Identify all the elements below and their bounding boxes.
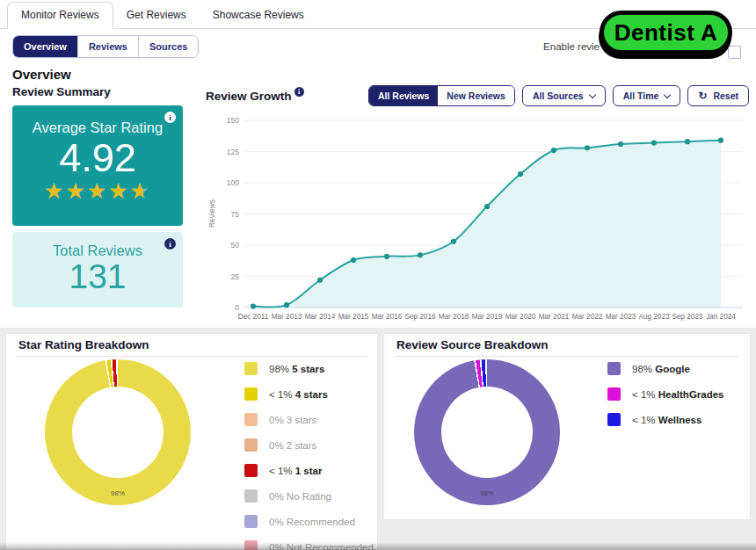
legend-label: < 1% 1 star xyxy=(269,466,322,476)
filter-new-reviews[interactable]: New Reviews xyxy=(438,86,514,105)
legend-swatch xyxy=(244,515,258,528)
x-tick-label: Mar 2019 xyxy=(472,313,503,321)
growth-line-chart: 0255075100125150ReviewsDec 2011Mar 2013M… xyxy=(206,112,747,328)
subtab-sources[interactable]: Sources xyxy=(138,36,198,57)
star-breakdown-card: Star Rating Breakdown 98% 98% 5 stars< 1… xyxy=(5,333,378,550)
legend-swatch xyxy=(244,540,258,550)
source-legend: 98% Google< 1% HealthGrades< 1% Wellness xyxy=(607,362,724,505)
x-tick-label: Mar 2015 xyxy=(338,313,369,321)
legend-item: 98% 5 stars xyxy=(244,362,374,375)
chart-filters: All Reviews New Reviews All Sources All … xyxy=(368,85,749,106)
overview-section: Review Summary i Average Star Rating 4.9… xyxy=(0,83,756,328)
legend-label: < 1% HealthGrades xyxy=(632,389,724,400)
filter-all-reviews[interactable]: All Reviews xyxy=(369,86,438,105)
legend-label: 98% Google xyxy=(632,364,690,374)
legend-swatch xyxy=(244,413,258,426)
legend-swatch xyxy=(244,387,258,401)
average-rating-label: Average Star Rating xyxy=(12,105,183,136)
legend-label: < 1% Wellness xyxy=(632,415,701,425)
legend-item: < 1% 4 stars xyxy=(244,387,374,401)
legend-label: 0% No Rating xyxy=(269,491,331,502)
average-rating-card: i Average Star Rating 4.92 ★★★★★ ★★★★★ xyxy=(12,105,183,226)
info-icon[interactable]: i xyxy=(164,238,176,250)
x-tick-label: Mar 2018 xyxy=(439,313,469,321)
total-reviews-value: 131 xyxy=(12,259,183,295)
x-tick-label: Mar 2014 xyxy=(305,313,336,321)
legend-swatch xyxy=(607,413,621,426)
subtab-reviews[interactable]: Reviews xyxy=(77,36,138,57)
review-growth-title-text: Review Growth xyxy=(206,90,292,103)
y-tick-label: 0 xyxy=(235,303,239,312)
x-tick-label: Mar 2020 xyxy=(505,313,536,321)
legend-item: 0% 2 stars xyxy=(244,438,374,452)
x-tick-label: Mar 2013 xyxy=(272,313,302,321)
legend-swatch xyxy=(244,464,258,477)
source-breakdown-title: Review Source Breakdown xyxy=(396,338,738,351)
sources-dropdown[interactable]: All Sources xyxy=(522,85,606,106)
legend-swatch xyxy=(244,489,258,503)
x-tick-label: Aug 2023 xyxy=(638,313,670,321)
review-growth-column: Review Growthi All Reviews New Reviews A… xyxy=(197,83,749,328)
legend-label: 0% 2 stars xyxy=(269,440,316,451)
data-point xyxy=(484,204,490,209)
x-tick-label: Sep 2023 xyxy=(672,313,703,321)
donut-hole xyxy=(441,387,533,478)
reset-button-label: Reset xyxy=(713,90,738,101)
info-icon[interactable]: i xyxy=(294,87,304,97)
legend-label: 0% Not Recommended xyxy=(269,542,374,550)
legend-item: < 1% HealthGrades xyxy=(607,387,724,401)
chevron-down-icon xyxy=(588,91,595,98)
legend-swatch xyxy=(607,362,621,375)
y-tick-label: 25 xyxy=(231,272,240,281)
legend-swatch xyxy=(244,438,258,452)
total-reviews-label: Total Reviews xyxy=(12,232,183,259)
donut-hole xyxy=(72,387,164,478)
data-point xyxy=(451,239,456,244)
partially-hidden-control[interactable] xyxy=(728,46,741,59)
legend-item: 0% No Rating xyxy=(244,489,374,503)
x-tick-label: Jan 2024 xyxy=(706,313,736,321)
growth-header: Review Growthi All Reviews New Reviews A… xyxy=(206,85,749,110)
sources-dropdown-label: All Sources xyxy=(533,90,584,101)
y-tick-label: 150 xyxy=(227,116,239,125)
tab-monitor-reviews[interactable]: Monitor Reviews xyxy=(7,2,113,29)
tab-showcase-reviews[interactable]: Showcase Reviews xyxy=(200,3,317,28)
breakdown-section: Star Rating Breakdown 98% 98% 5 stars< 1… xyxy=(0,328,756,550)
star-rating-icons: ★★★★★ ★★★★★ xyxy=(44,180,151,202)
data-point xyxy=(518,171,523,177)
average-rating-value: 4.92 xyxy=(12,136,183,180)
star-breakdown-title: Star Rating Breakdown xyxy=(18,338,365,351)
time-dropdown[interactable]: All Time xyxy=(613,85,681,106)
stars-filled: ★★★★★ xyxy=(44,180,144,202)
legend-label: 0% Recommended xyxy=(269,517,355,527)
data-point xyxy=(251,303,256,308)
legend-item: < 1% 1 star xyxy=(244,464,374,477)
subtab-overview[interactable]: Overview xyxy=(13,36,77,57)
tab-get-reviews[interactable]: Get Reviews xyxy=(113,3,200,28)
total-reviews-card: i Total Reviews 131 xyxy=(12,232,183,308)
refresh-icon: ↻ xyxy=(698,90,707,101)
star-donut-chart: 98% xyxy=(45,359,191,505)
review-summary-column: Review Summary i Average Star Rating 4.9… xyxy=(12,83,197,328)
data-point xyxy=(585,145,590,150)
donut-percentage-label: 98% xyxy=(480,489,494,497)
y-tick-label: 50 xyxy=(231,241,240,250)
data-point xyxy=(384,254,389,259)
legend-label: 0% 3 stars xyxy=(269,415,316,425)
review-growth-title: Review Growthi xyxy=(206,87,304,103)
data-point xyxy=(551,148,556,153)
x-tick-label: Dec 2011 xyxy=(238,313,269,321)
x-tick-label: Mar 2022 xyxy=(572,313,603,321)
legend-swatch xyxy=(244,362,258,375)
info-icon[interactable]: i xyxy=(164,112,176,123)
reset-button[interactable]: ↻ Reset xyxy=(687,85,749,106)
y-tick-label: 100 xyxy=(227,178,239,187)
data-point xyxy=(718,138,723,143)
x-tick-label: Mar 2016 xyxy=(372,313,403,321)
y-tick-label: 125 xyxy=(227,148,239,156)
legend-label: < 1% 4 stars xyxy=(269,389,328,400)
legend-swatch xyxy=(607,387,621,401)
data-point xyxy=(351,257,356,263)
data-point xyxy=(618,141,623,147)
x-tick-label: Mar 2021 xyxy=(539,313,570,321)
